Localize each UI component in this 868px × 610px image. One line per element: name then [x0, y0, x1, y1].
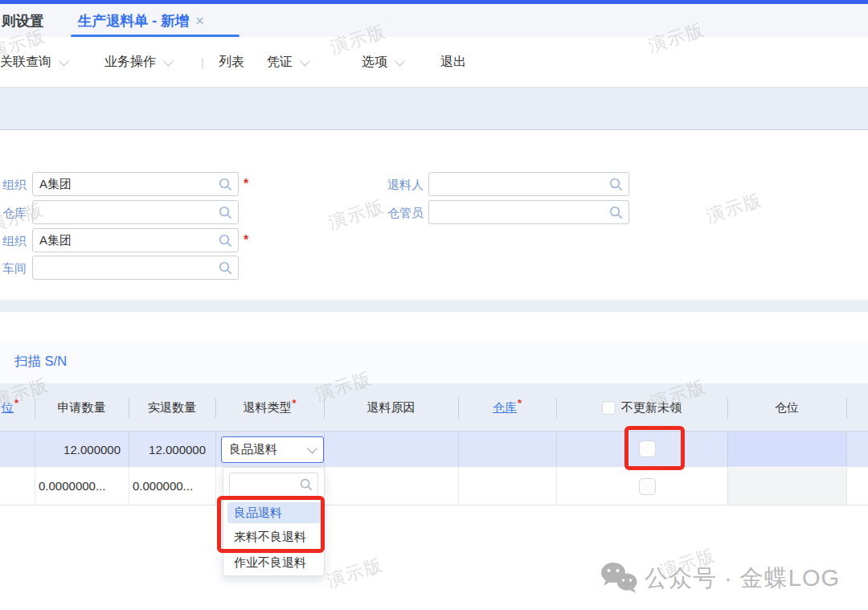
column-line: [458, 432, 459, 506]
menu-options[interactable]: 选项: [362, 37, 403, 87]
tab-label: 则设置: [2, 11, 44, 31]
header-separator: [35, 398, 35, 419]
column-line: [727, 432, 728, 506]
cell-actual-qty[interactable]: 12.000000: [129, 432, 215, 467]
chevron-down-icon: [163, 55, 174, 66]
section-divider-band: [0, 300, 868, 312]
header-separator: [458, 398, 459, 419]
search-icon[interactable]: [218, 177, 233, 194]
column-header-return-reason[interactable]: 退料原因: [324, 383, 458, 432]
highlight-box-checkbox: [624, 426, 685, 470]
workshop-field[interactable]: [32, 256, 239, 280]
column-line: [35, 432, 35, 506]
menu-business-operations[interactable]: 业务操作: [104, 37, 172, 87]
menu-label: 业务操作: [104, 54, 156, 71]
search-icon[interactable]: [218, 233, 233, 251]
column-header-return-type[interactable]: 退料类型 *: [215, 383, 324, 432]
returner-field[interactable]: [428, 172, 629, 196]
header-separator: [324, 398, 325, 419]
menu-exit[interactable]: 退出: [440, 37, 466, 87]
brand-label: 公众号 · 金蝶LOG: [645, 563, 840, 595]
menu-related-query[interactable]: 关联查询: [0, 37, 68, 87]
chevron-down-icon: [395, 55, 405, 66]
org2-field[interactable]: A集团: [32, 228, 239, 252]
toolbar: 关联查询 业务操作 | 列表 凭证 选项 退出: [0, 37, 868, 87]
column-line: [556, 432, 557, 506]
storekeeper-field[interactable]: [428, 200, 629, 224]
column-label: 仓位: [775, 400, 799, 416]
required-asterisk: *: [14, 397, 18, 409]
column-header-no-update-unclaimed[interactable]: 不更新未领: [556, 383, 727, 432]
menu-label: 列表: [219, 54, 244, 71]
checkbox[interactable]: [639, 478, 656, 495]
cell-no-update-checkbox[interactable]: [639, 477, 657, 495]
chevron-down-icon: [59, 55, 69, 66]
cell-bin-location[interactable]: [727, 432, 846, 466]
org1-field[interactable]: A集团: [32, 172, 239, 196]
search-icon[interactable]: [608, 177, 624, 194]
header-separator: [846, 398, 847, 419]
tab-rule-settings[interactable]: 则设置: [2, 4, 44, 37]
collapsed-header-band: [0, 87, 868, 130]
field-label-returner: 退料人: [343, 178, 424, 193]
field-value: A集团: [39, 233, 72, 248]
search-icon[interactable]: [218, 260, 233, 278]
demo-watermark: 演示版: [324, 553, 387, 594]
column-label: 位: [2, 400, 14, 416]
header-separator: [215, 398, 216, 419]
field-label-org1: 组织: [0, 178, 27, 193]
required-asterisk: *: [244, 177, 248, 191]
menu-voucher[interactable]: 凭证: [267, 37, 309, 87]
warehouse-field[interactable]: [32, 200, 239, 224]
menu-label: 退出: [440, 54, 466, 71]
column-header-actual-qty[interactable]: 实退数量: [129, 383, 215, 432]
chevron-down-icon: [300, 55, 310, 66]
column-header-apply-qty[interactable]: 申请数量: [35, 383, 129, 432]
column-header-warehouse[interactable]: 仓库 *: [458, 383, 556, 432]
column-label: 实退数量: [148, 400, 196, 416]
column-line: [129, 432, 129, 506]
cell-apply-qty[interactable]: 0.0000000...: [35, 467, 125, 505]
cell-apply-qty[interactable]: 12.000000: [35, 432, 129, 467]
chevron-down-icon: [307, 444, 317, 454]
column-label: 申请数量: [58, 400, 106, 416]
column-header-position-partial[interactable]: 位 *: [0, 383, 36, 432]
column-label: 不更新未领: [621, 400, 682, 416]
column-header-bin-location[interactable]: 仓位: [727, 383, 846, 432]
toolbar-divider: |: [201, 37, 204, 87]
dropdown-option-operation-defect-return[interactable]: 作业不良退料: [227, 552, 321, 573]
tab-label: 生产退料单 - 新增: [78, 11, 189, 31]
wechat-icon: [598, 560, 641, 600]
scan-sn-link[interactable]: 扫描 S/N: [14, 353, 67, 371]
return-type-select[interactable]: 良品退料: [221, 436, 324, 463]
search-icon: [299, 477, 313, 495]
select-value: 良品退料: [229, 442, 277, 457]
required-asterisk: *: [244, 233, 248, 248]
field-value: A集团: [39, 177, 72, 192]
menu-label: 凭证: [267, 54, 293, 71]
search-icon[interactable]: [218, 205, 233, 223]
column-line: [846, 432, 847, 506]
menu-list[interactable]: 列表: [219, 37, 244, 87]
cell-actual-qty[interactable]: 0.000000...: [129, 467, 212, 505]
cell-bin-location[interactable]: [727, 468, 846, 505]
close-icon[interactable]: ×: [195, 12, 204, 30]
demo-watermark: 演示版: [703, 188, 766, 229]
required-asterisk: *: [292, 397, 296, 409]
column-label: 仓库: [493, 400, 517, 416]
field-label-warehouse: 仓库: [0, 206, 27, 221]
tab-production-return-new[interactable]: 生产退料单 - 新增 ×: [78, 4, 204, 37]
tab-bar: 则设置 生产退料单 - 新增 ×: [0, 4, 868, 37]
column-label: 退料类型: [243, 400, 291, 416]
search-icon[interactable]: [608, 205, 624, 223]
header-separator: [727, 398, 728, 419]
menu-label: 关联查询: [0, 54, 51, 71]
field-label-workshop: 车间: [0, 261, 27, 276]
column-label: 退料原因: [367, 400, 416, 416]
header-separator: [129, 398, 129, 419]
header-separator: [556, 398, 557, 419]
dropdown-search-input[interactable]: [229, 473, 318, 497]
menu-label: 选项: [362, 54, 387, 71]
header-checkbox[interactable]: [602, 401, 616, 415]
field-label-storekeeper: 仓管员: [343, 206, 424, 221]
